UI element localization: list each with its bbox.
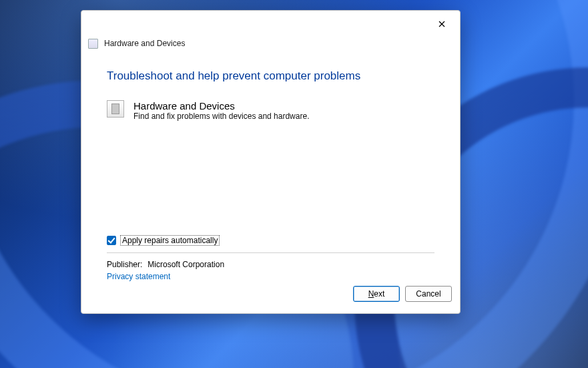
privacy-statement-link[interactable]: Privacy statement — [107, 272, 434, 281]
item-title: Hardware and Devices — [133, 100, 309, 112]
publisher-value: Microsoft Corporation — [148, 260, 224, 269]
titlebar — [81, 11, 460, 36]
cancel-label: Cancel — [416, 289, 440, 299]
desktop-background: Hardware and Devices Troubleshoot and he… — [0, 0, 588, 368]
publisher-row: Publisher: Microsoft Corporation — [107, 260, 434, 269]
divider — [107, 252, 434, 253]
publisher-label: Publisher: — [107, 260, 145, 269]
cancel-button[interactable]: Cancel — [405, 286, 452, 302]
button-bar: Next Cancel — [81, 281, 460, 313]
apply-repairs-label[interactable]: Apply repairs automatically — [120, 235, 220, 246]
hardware-icon — [107, 100, 124, 118]
close-button[interactable] — [428, 15, 456, 33]
window-title: Hardware and Devices — [104, 39, 185, 48]
dialog-content: Troubleshoot and help prevent computer p… — [81, 51, 460, 281]
next-button[interactable]: Next — [353, 286, 400, 302]
close-icon — [438, 21, 445, 27]
window-title-row: Hardware and Devices — [81, 36, 460, 51]
next-label-suffix: ext — [374, 289, 384, 299]
apply-repairs-row: Apply repairs automatically — [107, 235, 434, 246]
troubleshooter-dialog: Hardware and Devices Troubleshoot and he… — [81, 10, 461, 314]
troubleshooter-item: Hardware and Devices Find and fix proble… — [107, 100, 434, 121]
page-heading: Troubleshoot and help prevent computer p… — [107, 69, 434, 83]
troubleshooter-icon — [88, 39, 98, 49]
item-description: Find and fix problems with devices and h… — [133, 112, 309, 121]
apply-repairs-checkbox[interactable] — [107, 236, 116, 245]
